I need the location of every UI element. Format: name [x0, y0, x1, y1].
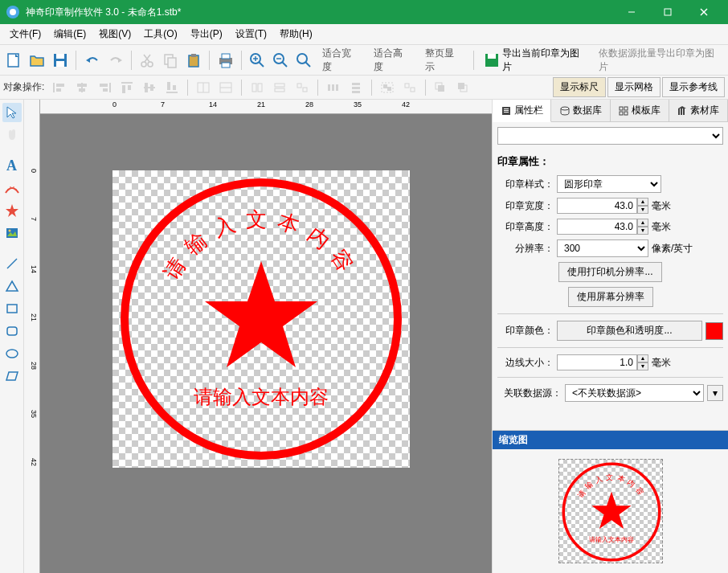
- svg-text:请输入文本内容: 请输入文本内容: [194, 386, 329, 407]
- paste-icon[interactable]: [182, 49, 204, 72]
- color-label: 印章颜色：: [497, 324, 554, 338]
- hand-tool-icon[interactable]: [2, 125, 22, 145]
- fit-height-button[interactable]: 适合高度: [367, 43, 417, 77]
- line-tool-icon[interactable]: [2, 254, 22, 273]
- align-bottom-icon[interactable]: [162, 79, 182, 96]
- cut-icon[interactable]: [137, 49, 158, 72]
- color-swatch[interactable]: [706, 322, 723, 340]
- open-file-icon[interactable]: [27, 49, 48, 72]
- database-icon: [559, 105, 571, 117]
- border-spin-up[interactable]: ▲: [637, 354, 648, 362]
- menu-tools[interactable]: 工具(O): [137, 24, 183, 44]
- height-spin-up[interactable]: ▲: [637, 219, 648, 227]
- redo-icon[interactable]: [104, 49, 126, 72]
- pointer-tool-icon[interactable]: [2, 103, 22, 122]
- menu-file[interactable]: 文件(F): [3, 24, 47, 44]
- export-current-button[interactable]: 导出当前印章为图片: [479, 45, 590, 76]
- show-ruler-toggle[interactable]: 显示标尺: [553, 77, 606, 97]
- group-icon[interactable]: [377, 79, 398, 96]
- svg-point-13: [148, 62, 153, 67]
- svg-rect-51: [173, 85, 176, 90]
- use-printer-dpi-button[interactable]: 使用打印机分辨率...: [558, 262, 661, 282]
- ungroup-icon[interactable]: [399, 79, 420, 96]
- dist-v-icon[interactable]: [346, 79, 366, 96]
- parallelogram-tool-icon[interactable]: [2, 366, 22, 386]
- text-tool-icon[interactable]: A: [2, 156, 22, 175]
- stamp-canvas[interactable]: 请输入文本内容 请输入文本内容: [112, 170, 410, 468]
- menu-edit[interactable]: 编辑(E): [47, 24, 92, 44]
- new-file-icon[interactable]: [3, 49, 25, 72]
- bring-front-icon[interactable]: [431, 79, 452, 96]
- align-left-icon[interactable]: [49, 79, 70, 96]
- send-back-icon[interactable]: [453, 79, 474, 96]
- ellipse-tool-icon[interactable]: [2, 344, 22, 363]
- tab-properties[interactable]: 属性栏: [493, 100, 551, 122]
- svg-rect-22: [222, 63, 230, 68]
- align-top-icon[interactable]: [117, 79, 137, 96]
- rectangle-tool-icon[interactable]: [2, 299, 22, 318]
- menu-help[interactable]: 帮助(H): [273, 24, 319, 44]
- dist-h-icon[interactable]: [323, 79, 344, 96]
- height-input[interactable]: [557, 219, 637, 235]
- same-width-icon[interactable]: [247, 79, 268, 96]
- menu-view[interactable]: 视图(V): [92, 24, 137, 44]
- align-hcenter-icon[interactable]: [72, 79, 92, 96]
- tab-assets[interactable]: 素材库: [669, 100, 728, 121]
- svg-rect-39: [79, 88, 85, 92]
- image-tool-icon[interactable]: [2, 223, 22, 243]
- same-size-icon[interactable]: [292, 79, 313, 96]
- star-tool-icon[interactable]: [2, 201, 22, 220]
- svg-rect-61: [303, 88, 307, 92]
- zoom-out-icon[interactable]: [270, 49, 292, 72]
- menu-export[interactable]: 导出(P): [184, 24, 229, 44]
- same-height-icon[interactable]: [269, 79, 290, 96]
- zoom-in-icon[interactable]: [247, 49, 268, 72]
- align-right-icon[interactable]: [94, 79, 115, 96]
- dpi-select[interactable]: 300: [557, 239, 648, 257]
- datasource-more-button[interactable]: ▾: [707, 385, 723, 401]
- properties-icon: [501, 105, 512, 117]
- fit-width-button[interactable]: 适合宽度: [316, 43, 366, 77]
- zoom-fit-icon[interactable]: [293, 49, 315, 72]
- datasource-select[interactable]: <不关联数据源>: [565, 384, 704, 402]
- svg-rect-17: [168, 58, 176, 68]
- width-spin-up[interactable]: ▲: [637, 198, 648, 206]
- export-batch-button[interactable]: 依数据源批量导出印章为图片: [592, 43, 725, 77]
- maximize-button[interactable]: [649, 0, 685, 24]
- show-grid-toggle[interactable]: 显示网格: [607, 77, 661, 97]
- svg-marker-77: [7, 107, 16, 118]
- border-spin-down[interactable]: ▼: [637, 362, 648, 370]
- arc-text-tool-icon[interactable]: [2, 178, 22, 198]
- height-spin-down[interactable]: ▼: [637, 227, 648, 235]
- svg-rect-34: [53, 83, 55, 92]
- svg-rect-58: [275, 84, 284, 87]
- align-vcenter-icon[interactable]: [139, 79, 160, 96]
- stamp-style-select[interactable]: 圆形印章: [557, 175, 661, 193]
- minimize-button[interactable]: [613, 0, 649, 24]
- close-button[interactable]: [685, 0, 722, 24]
- center-h-icon[interactable]: [193, 79, 214, 96]
- svg-rect-102: [624, 107, 628, 110]
- width-input[interactable]: [557, 198, 637, 214]
- save-file-icon[interactable]: [50, 49, 72, 72]
- print-icon[interactable]: [215, 49, 236, 72]
- triangle-tool-icon[interactable]: [2, 276, 22, 296]
- copy-icon[interactable]: [160, 49, 182, 72]
- show-guides-toggle[interactable]: 显示参考线: [662, 77, 725, 97]
- color-settings-button[interactable]: 印章颜色和透明度...: [557, 321, 702, 341]
- width-spin-down[interactable]: ▼: [637, 206, 648, 214]
- rounded-rect-tool-icon[interactable]: [2, 321, 22, 341]
- use-screen-dpi-button[interactable]: 使用屏幕分辨率: [568, 287, 653, 307]
- undo-icon[interactable]: [81, 49, 103, 72]
- ruler-vertical: 0 7 14 21 28 35 42: [24, 100, 40, 573]
- menu-settings[interactable]: 设置(T): [229, 24, 273, 44]
- svg-rect-73: [438, 85, 444, 92]
- object-selector-dropdown[interactable]: [497, 127, 723, 145]
- svg-rect-8: [56, 54, 64, 59]
- tab-templates[interactable]: 模板库: [611, 100, 669, 121]
- whole-page-button[interactable]: 整页显示: [419, 43, 468, 77]
- tab-database[interactable]: 数据库: [551, 100, 610, 121]
- center-v-icon[interactable]: [215, 79, 236, 96]
- svg-point-12: [141, 62, 146, 67]
- border-input[interactable]: [557, 354, 637, 370]
